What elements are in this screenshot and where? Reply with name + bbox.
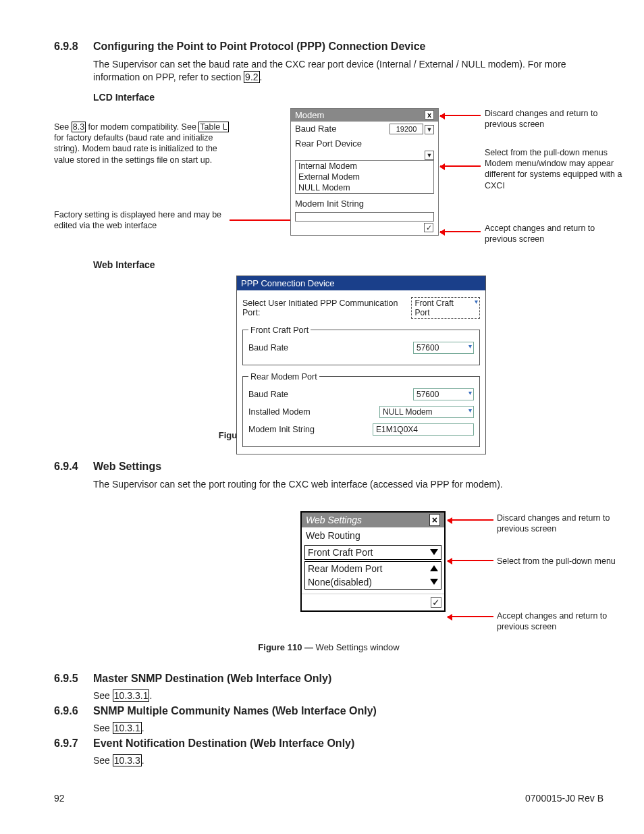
legend-front: Front Craft Port (248, 325, 311, 335)
installed-modem-label: Installed Modem (248, 407, 311, 417)
ws-title-text: Web Settings (306, 515, 362, 525)
link-1033[interactable]: 10.3.3 (113, 754, 142, 766)
link-table-l[interactable]: Table L (198, 122, 228, 132)
heading-num: 6.9.6 (54, 705, 85, 717)
page-number: 92 (54, 793, 65, 804)
web-panel-title: PPP Connection Device (237, 276, 485, 290)
init-string-input[interactable]: ✓ (295, 212, 434, 221)
list-item[interactable]: Internal Modem (296, 161, 433, 172)
websettings-panel: Web Settings × Web Routing Front Craft P… (300, 511, 446, 612)
heading-title: Master SNMP Destination (Web Interface O… (93, 673, 331, 685)
link-10331[interactable]: 10.3.3.1 (113, 689, 150, 702)
heading-title: Configuring the Point to Point Protocol … (93, 41, 425, 53)
accept-button[interactable]: ✓ (431, 597, 441, 608)
annotation-accept: Accept changes and return to previous sc… (497, 610, 618, 633)
heading-title: SNMP Multiple Community Names (Web Inter… (93, 705, 377, 717)
chevron-up-icon (430, 565, 438, 571)
annotation-discard: Discard changes and return to previous s… (497, 513, 618, 535)
legend-rear: Rear Modem Port (248, 372, 319, 382)
annotation-accept: Accept changes and return to previous sc… (485, 223, 606, 245)
figure-110-caption: Figure 110 — Web Settings window (54, 642, 603, 652)
web-routing-list[interactable]: Rear Modem Port None(disabled) (304, 561, 441, 590)
rear-port-list[interactable]: Internal Modem External Modem NULL Modem (295, 160, 434, 194)
init-label: Modem Init String (291, 197, 438, 211)
web-panel: PPP Connection Device Select User Initia… (236, 276, 486, 454)
paragraph: The Supervisor can set the baud rate and… (93, 58, 603, 84)
fieldset-front: Front Craft Port Baud Rate 57600 (242, 325, 480, 365)
front-baud-label: Baud Rate (248, 343, 288, 353)
close-button[interactable]: x (425, 110, 434, 120)
heading-698: 6.9.8 Configuring the Point to Point Pro… (54, 41, 603, 53)
list-item[interactable]: Rear Modem Port (308, 563, 382, 574)
baud-label: Baud Rate (295, 124, 336, 134)
rear-label: Rear Port Device (291, 136, 438, 151)
heading-num: 6.9.7 (54, 737, 85, 750)
subheading-web: Web Interface (93, 259, 603, 270)
link-92[interactable]: 9.2 (244, 71, 259, 83)
paragraph: The Supervisor can set the port routing … (93, 478, 603, 491)
see-ref: See 10.3.3. (93, 755, 603, 766)
ppp-port-label: Select User Initiated PPP Communication … (242, 298, 411, 317)
baud-input[interactable]: 19200 (390, 124, 423, 134)
web-routing-label: Web Routing (302, 527, 444, 544)
heading-694: 6.9.4 Web Settings (54, 461, 603, 473)
chevron-down-icon (430, 579, 438, 585)
ppp-port-select[interactable]: Front Craft Port (411, 297, 480, 319)
rear-baud-select[interactable]: 57600 (413, 388, 474, 400)
annotation-discard: Discard changes and return to previous s… (485, 108, 606, 130)
annotation-left-2: Factory setting is displayed here and ma… (54, 209, 230, 232)
link-83[interactable]: 8.3 (72, 122, 86, 132)
chevron-down-icon (430, 549, 438, 555)
lcd-panel: Modem x Baud Rate 19200▼ Rear Port Devic… (290, 108, 439, 236)
rear-dropdown[interactable]: ▼ (425, 151, 434, 160)
list-item[interactable]: NULL Modem (296, 182, 433, 193)
see-ref: See 10.3.1. (93, 723, 603, 733)
list-item[interactable]: None(disabled) (308, 577, 372, 588)
accept-button[interactable]: ✓ (424, 223, 433, 232)
installed-modem-select[interactable]: NULL Modem (379, 406, 474, 418)
heading-695: 6.9.5 Master SNMP Destination (Web Inter… (54, 673, 603, 685)
heading-696: 6.9.6 SNMP Multiple Community Names (Web… (54, 705, 603, 717)
fieldset-rear: Rear Modem Port Baud Rate 57600 Installe… (242, 372, 480, 447)
heading-num: 6.9.4 (54, 461, 85, 473)
modem-init-input[interactable]: E1M1Q0X4 (373, 423, 474, 436)
lcd-titlebar: Modem x (291, 109, 438, 122)
heading-697: 6.9.7 Event Notification Destination (We… (54, 737, 603, 750)
link-1031[interactable]: 10.3.1 (113, 722, 142, 734)
baud-dropdown[interactable]: ▼ (425, 125, 434, 134)
annotation-select: Select from the pull-down menu (497, 556, 632, 567)
heading-title: Web Settings (93, 461, 161, 473)
footer: 92 0700015-J0 Rev B (54, 793, 603, 804)
lcd-title-text: Modem (295, 110, 324, 120)
annotation-select: Select from the pull-down menus Modem me… (485, 147, 630, 191)
close-button[interactable]: × (429, 514, 440, 526)
heading-title: Event Notification Destination (Web Inte… (93, 737, 354, 750)
heading-num: 6.9.5 (54, 673, 85, 685)
see-ref: See 10.3.3.1. (93, 690, 603, 701)
front-baud-select[interactable]: 57600 (413, 342, 474, 354)
modem-init-label: Modem Init String (248, 425, 315, 434)
heading-num: 6.9.8 (54, 41, 85, 53)
subheading-lcd: LCD Interface (93, 92, 603, 103)
doc-id: 0700015-J0 Rev B (525, 793, 603, 804)
list-item[interactable]: External Modem (296, 172, 433, 182)
rear-baud-label: Baud Rate (248, 390, 288, 399)
annotation-left-1: See 8.3 for modem compatibility. See Tab… (54, 122, 233, 165)
web-routing-select[interactable]: Front Craft Port (304, 545, 441, 560)
